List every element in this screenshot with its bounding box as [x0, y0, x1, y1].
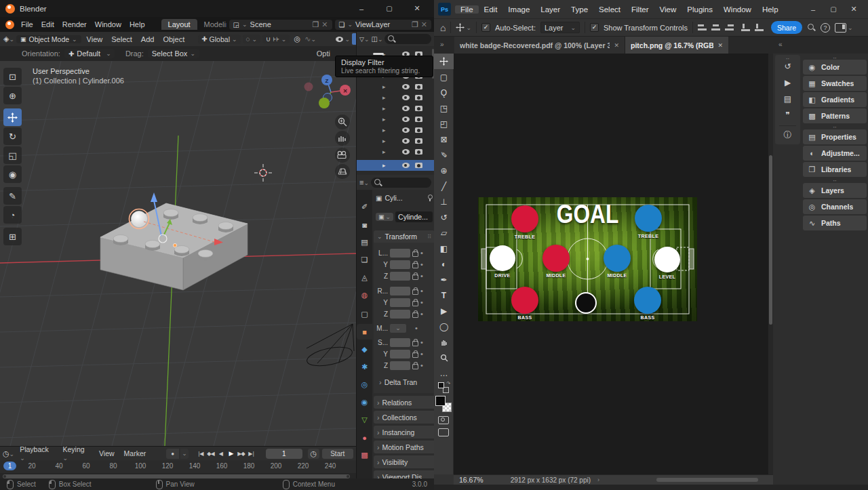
hide-eye-icon[interactable] — [402, 163, 410, 168]
path-selection-tool[interactable]: ▶ — [434, 303, 454, 319]
color-panel-button[interactable]: ◉Color — [803, 60, 867, 75]
lock-icon[interactable] — [412, 341, 418, 346]
adjustments-panel-button[interactable]: ◐Adjustme... — [803, 146, 867, 161]
history-brush-tool[interactable]: ↺ — [434, 209, 454, 225]
scale-tool[interactable]: ◱ — [3, 146, 22, 164]
viewport-menu-add[interactable]: Add — [138, 35, 158, 43]
outliner-row[interactable]: ▸ — [357, 81, 434, 92]
home-icon[interactable]: ⌂ — [440, 22, 446, 33]
hide-eye-icon[interactable] — [402, 95, 410, 100]
align-center-icon[interactable] — [711, 24, 720, 31]
disable-render-camera-icon[interactable] — [415, 106, 422, 111]
viewport-canvas[interactable]: Z ✕ — [0, 61, 356, 446]
object-properties-tab-active[interactable]: ■ — [357, 324, 372, 340]
auto-keying-button[interactable]: ● — [166, 449, 179, 459]
collection-properties-tab[interactable]: ▢ — [357, 306, 372, 322]
data-properties-tab[interactable]: ▽ — [357, 412, 372, 428]
disable-render-camera-icon[interactable] — [415, 117, 422, 122]
lock-icon[interactable] — [412, 352, 418, 358]
current-frame-field[interactable]: 1 — [266, 449, 302, 459]
drag-setting-dropdown[interactable]: Select Box ⌄ — [148, 49, 199, 58]
ps-menu-layer[interactable]: Layer — [535, 5, 566, 14]
outliner-row[interactable]: ▸ — [357, 146, 434, 157]
hand-tool[interactable] — [434, 334, 454, 350]
viewport-menu-select[interactable]: Select — [108, 35, 136, 43]
share-button[interactable]: Share — [771, 21, 802, 34]
ps-menu-plugins[interactable]: Plugins — [682, 5, 718, 14]
timeline-ruler[interactable]: 1 20 40 60 80 100 120 140 160 180 200 22… — [0, 460, 356, 473]
auto-select-checkbox[interactable]: ✓ — [481, 23, 490, 32]
location-y-field[interactable] — [390, 260, 410, 269]
patterns-panel-button[interactable]: ▩Patterns — [803, 108, 867, 123]
editor-type-icon[interactable]: ◈⌄ — [3, 35, 14, 43]
viewport-menu-view[interactable]: View — [83, 35, 106, 43]
learn-panel-icon[interactable]: ▤ — [775, 94, 800, 104]
tab-close-icon[interactable]: ✕ — [614, 42, 619, 49]
relations-panel[interactable]: ›Relations⠿ — [374, 396, 434, 409]
libraries-panel-button[interactable]: ❒Libraries — [803, 162, 867, 177]
lock-icon[interactable] — [412, 301, 418, 306]
animate-dot-icon[interactable]: • — [420, 287, 423, 295]
filter-icon[interactable]: ▽⌄ — [359, 36, 369, 43]
viewport-menu-object[interactable]: Object — [159, 35, 188, 43]
tab-close-icon[interactable]: ✕ — [717, 42, 723, 49]
frame-tool[interactable]: ⊠ — [434, 131, 454, 147]
scale-x-field[interactable] — [390, 338, 410, 347]
location-z-field[interactable] — [390, 272, 410, 281]
paths-panel-button[interactable]: ∿Paths — [803, 216, 867, 230]
swatches-panel-button[interactable]: ▦Swatches — [803, 76, 867, 91]
outliner-row[interactable]: ▸ — [357, 125, 434, 136]
hide-eye-icon[interactable] — [402, 106, 410, 111]
brush-tool[interactable]: ╱ — [434, 178, 454, 194]
workspace-tab-modeling[interactable]: Modeling — [197, 19, 226, 30]
playback-menu[interactable]: Playback ⌄ — [16, 445, 57, 462]
ps-menu-window[interactable]: Window — [718, 5, 757, 14]
pad-middle-blue[interactable] — [604, 245, 631, 272]
toolbar-collapse-icon[interactable]: » — [440, 41, 444, 48]
comments-panel-icon[interactable]: ❞ — [775, 110, 800, 120]
outliner-search-input[interactable] — [384, 34, 431, 44]
dodge-tool[interactable]: ◐ — [434, 256, 454, 272]
jump-to-start-button[interactable]: ∣◀ — [195, 449, 205, 458]
ps-menu-view[interactable]: View — [654, 5, 682, 14]
distribute-vertical-icon[interactable] — [755, 24, 764, 31]
options-label[interactable]: Opti — [317, 49, 330, 58]
screen-mode-icon[interactable] — [438, 428, 449, 436]
disable-render-camera-icon[interactable] — [415, 163, 422, 168]
collections-panel[interactable]: ›Collections⠿ — [374, 411, 434, 424]
disable-render-camera-icon[interactable] — [415, 138, 422, 144]
zoom-tool[interactable] — [434, 350, 454, 365]
modifier-properties-tab[interactable]: ◆ — [357, 342, 372, 357]
properties-search-input[interactable] — [371, 178, 431, 188]
scene-selector[interactable]: ◲⌄ Scene ❐ ✕ — [229, 20, 332, 30]
crop-tool[interactable]: ◰ — [434, 116, 454, 131]
pad-treble-blue[interactable] — [635, 205, 662, 232]
proportional-edit-icon[interactable]: ◎ — [292, 35, 302, 43]
layers-panel-button[interactable]: ◈Layers — [803, 183, 867, 198]
type-tool[interactable]: T — [434, 287, 454, 303]
tool-properties-tab[interactable]: ✐ — [357, 199, 372, 215]
measure-tool[interactable]: ◔ — [3, 206, 22, 224]
pad-drive-white[interactable] — [490, 245, 515, 271]
close-button[interactable]: ✕ — [406, 4, 429, 13]
minimize-button[interactable]: – — [350, 5, 373, 13]
workspace-tab-layout[interactable]: Layout — [161, 19, 197, 30]
lock-icon[interactable] — [412, 289, 418, 295]
gradient-tool[interactable]: ◧ — [434, 241, 454, 256]
dock-collapse-icon[interactable]: « — [778, 41, 783, 48]
shape-tool[interactable]: ◯ — [434, 319, 454, 334]
rotation-y-field[interactable] — [390, 298, 410, 307]
lock-icon[interactable] — [412, 312, 418, 318]
hide-eye-icon[interactable] — [402, 84, 410, 89]
disable-render-camera-icon[interactable] — [415, 127, 422, 133]
transform-orientation-dropdown[interactable]: ✚ Global ⌄ — [198, 35, 240, 44]
object-id-dropdown[interactable]: ▣⌄ — [376, 213, 393, 221]
transform-panel-header[interactable]: ⌄ Transform ⠿ — [374, 230, 434, 243]
align-top-icon[interactable] — [741, 24, 750, 31]
lock-icon[interactable] — [412, 274, 418, 280]
rotation-z-field[interactable] — [390, 310, 410, 319]
disable-render-camera-icon[interactable] — [415, 149, 422, 155]
pen-tool[interactable]: ✒ — [434, 272, 454, 287]
ps-menu-help[interactable]: Help — [757, 5, 784, 14]
animate-dot-icon[interactable]: • — [420, 350, 423, 358]
